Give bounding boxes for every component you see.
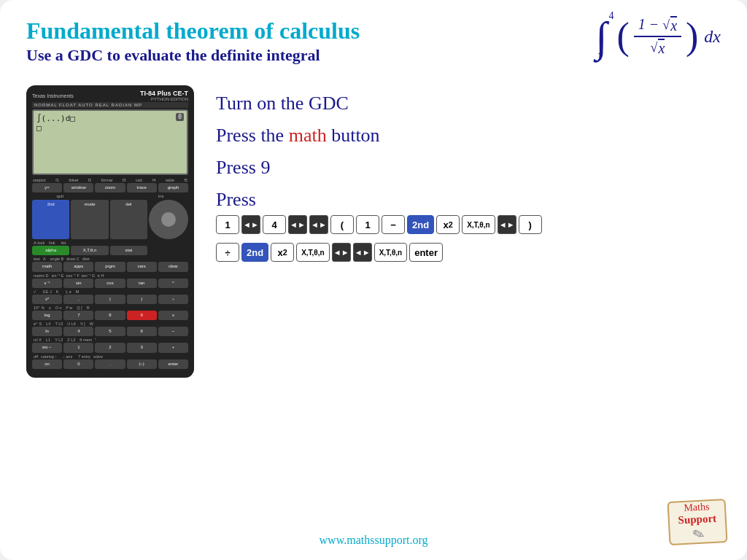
logo-line1: Maths — [684, 501, 710, 514]
calc-sqrt-btn[interactable]: x² — [32, 295, 62, 304]
sqrt-x-top: √x — [662, 16, 677, 34]
calc-mode-btn[interactable]: mode — [71, 200, 108, 239]
dx: dx — [704, 27, 721, 47]
steps-area: Turn on the GDC Press the math button Pr… — [216, 85, 721, 378]
fraction: 1 − √x √x — [634, 15, 681, 58]
calc-cos-btn[interactable]: cos — [95, 279, 125, 288]
mode-bar: NORMAL FLOAT AUTO REAL RADIAN MP — [32, 102, 188, 108]
key-xsq-1[interactable]: x2 — [436, 215, 460, 234]
content-area: Texas Instruments TI-84 Plus CE-T PYTHON… — [26, 85, 721, 378]
calc-minus-btn[interactable]: − — [158, 327, 188, 336]
page-title: Fundamental theorem of calculus — [26, 18, 360, 44]
calc-0-btn[interactable]: 0 — [63, 359, 93, 369]
calc-div-btn[interactable]: ÷ — [158, 295, 188, 304]
calc-trace-btn[interactable]: trace — [127, 183, 157, 192]
calc-tan-btn[interactable]: tan — [127, 279, 157, 288]
calculator-image: Texas Instruments TI-84 Plus CE-T PYTHON… — [26, 85, 194, 378]
calc-zoom-btn[interactable]: zoom — [95, 183, 125, 192]
calc-log-btn[interactable]: log — [32, 311, 62, 320]
calc-enter-btn[interactable]: enter — [158, 359, 188, 369]
key-row-1: 1 ◄► 4 ◄► ◄► ( 1 − 2nd x2 X,T,θ,n ◄► ) — [216, 215, 721, 234]
header-text: Fundamental theorem of calculus Use a GD… — [26, 18, 360, 78]
calc-mul-btn[interactable]: x — [158, 311, 188, 320]
calc-clear-btn[interactable]: clear — [158, 262, 188, 271]
calc-screen: ∫(...)d□□ 0 — [32, 109, 188, 175]
calc-8-btn[interactable]: 8 — [95, 311, 125, 320]
calc-plus-btn[interactable]: + — [158, 343, 188, 352]
calc-6-btn[interactable]: 6 — [127, 327, 157, 336]
key-lparen[interactable]: ( — [330, 215, 354, 234]
calc-lparen-btn[interactable]: ( — [95, 295, 125, 304]
key-arrow-3[interactable]: ◄► — [309, 215, 328, 234]
key-arrow-5[interactable]: ◄► — [332, 243, 351, 262]
step-4: Press 1 ◄► 4 ◄► ◄► ( 1 − 2nd x2 X,T,θ,n … — [216, 189, 721, 262]
calc-graph-btn[interactable]: graph — [158, 183, 188, 192]
key-2nd-2[interactable]: 2nd — [241, 243, 268, 262]
calc-stat-btn[interactable]: stat — [110, 246, 147, 255]
key-arrow-6[interactable]: ◄► — [353, 243, 372, 262]
calc-5-btn[interactable]: 5 — [95, 327, 125, 336]
calc-comma-btn[interactable]: , — [63, 295, 93, 304]
calc-sin-btn[interactable]: sin — [63, 279, 93, 288]
key-xtn-2[interactable]: X,T,θ,n — [296, 243, 330, 262]
calc-2nd-btn[interactable]: 2nd — [32, 200, 69, 239]
calc-9-btn[interactable]: 9 — [127, 311, 157, 320]
calc-4-btn[interactable]: 4 — [63, 327, 93, 336]
key-enter[interactable]: enter — [409, 243, 443, 262]
key-rparen[interactable]: ) — [519, 215, 542, 234]
top-row: Fundamental theorem of calculus Use a GD… — [26, 18, 721, 78]
key-arrow-4[interactable]: ◄► — [498, 215, 516, 234]
calc-1-btn[interactable]: 1 — [63, 343, 93, 352]
key-row-2: ÷ 2nd x2 X,T,θ,n ◄► ◄► X,T,θ,n enter — [216, 243, 721, 262]
step-2: Press the math button — [216, 125, 721, 147]
step-1: Turn on the GDC — [216, 93, 721, 114]
key-xtn-3[interactable]: X,T,θ,n — [374, 243, 408, 262]
key-xtn-1[interactable]: X,T,θ,n — [462, 215, 495, 234]
step-3: Press 9 — [216, 157, 721, 179]
key-arrow-2[interactable]: ◄► — [288, 215, 307, 234]
calc-rparen-btn[interactable]: ) — [127, 295, 157, 304]
page-subtitle: Use a GDC to evaluate the definite integ… — [26, 46, 360, 65]
calc-neg-btn[interactable]: (–) — [127, 359, 157, 369]
calc-window-btn[interactable]: window — [63, 183, 93, 192]
logo-stamp: Maths Support ✏ — [667, 499, 727, 545]
calc-alpha-btn[interactable]: alpha — [32, 246, 69, 255]
calc-xto-btn[interactable]: X,T,θ,n — [71, 246, 108, 255]
calc-on-btn[interactable]: on — [32, 359, 62, 369]
website-url: www.mathssupport.org — [320, 534, 428, 547]
calc-brand: Texas Instruments TI-84 Plus CE-T PYTHON… — [32, 90, 188, 101]
calc-math-btn[interactable]: math — [32, 262, 62, 271]
key-one[interactable]: 1 — [356, 215, 379, 234]
calc-prgm-btn[interactable]: prgm — [95, 262, 125, 271]
calc-xinv-btn[interactable]: x⁻¹ — [32, 279, 62, 288]
key-4[interactable]: 4 — [263, 215, 286, 234]
key-arrow-1[interactable]: ◄► — [241, 215, 260, 234]
key-minus[interactable]: − — [382, 215, 405, 234]
calc-y-btn[interactable]: y= — [32, 183, 62, 192]
right-paren: ) — [686, 18, 698, 55]
calc-2-btn[interactable]: 2 — [95, 343, 125, 352]
key-1[interactable]: 1 — [216, 215, 239, 234]
sqrt-x-bottom: √x — [650, 39, 665, 57]
calc-del-btn[interactable]: del — [110, 200, 147, 239]
calc-sto-btn[interactable]: sto→ — [32, 343, 62, 352]
calc-ln-btn[interactable]: ln — [32, 327, 62, 336]
calc-dot-btn[interactable]: . — [95, 359, 125, 369]
key-xsq-2[interactable]: x2 — [271, 243, 294, 262]
left-paren: ( — [616, 18, 629, 55]
integral-formula: 4 ∫ 1 ( 1 − √x √x ) dx — [595, 10, 721, 63]
pencil-icon: ✏ — [689, 524, 708, 545]
calc-7-btn[interactable]: 7 — [63, 311, 93, 320]
calc-caret-btn[interactable]: ^ — [158, 279, 188, 288]
key-div[interactable]: ÷ — [216, 243, 239, 262]
calc-apps-btn[interactable]: apps — [63, 262, 93, 271]
calc-vars-btn[interactable]: vars — [127, 262, 157, 271]
calc-3-btn[interactable]: 3 — [127, 343, 157, 352]
key-2nd-1[interactable]: 2nd — [407, 215, 434, 234]
calc-nav-pad[interactable] — [149, 200, 188, 239]
main-page: Fundamental theorem of calculus Use a GD… — [0, 0, 747, 560]
